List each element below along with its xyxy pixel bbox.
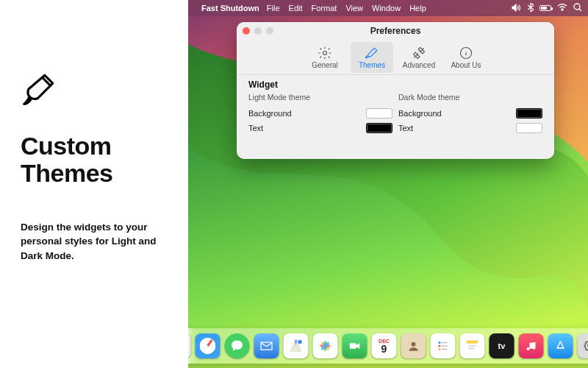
dock-appstore[interactable] <box>548 333 573 358</box>
menu-view[interactable]: View <box>345 4 363 13</box>
tab-general-label: General <box>312 61 338 69</box>
tab-themes-label: Themes <box>359 61 385 69</box>
dock-messages[interactable] <box>225 333 250 358</box>
menu-window[interactable]: Window <box>372 4 401 13</box>
promo-panel: Custom Themes Design the widgets to your… <box>0 0 188 368</box>
svg-point-1 <box>574 4 580 10</box>
volume-icon[interactable] <box>512 4 522 13</box>
wifi-icon[interactable] <box>557 4 567 13</box>
dock-contacts[interactable] <box>401 333 426 358</box>
dock-reminders[interactable] <box>431 333 456 358</box>
svg-point-11 <box>439 342 441 344</box>
search-icon[interactable] <box>573 3 582 13</box>
svg-point-10 <box>412 342 416 347</box>
light-heading: Light Mode theme <box>248 93 392 102</box>
light-bg-label: Background <box>248 109 292 118</box>
feature-title: Custom Themes <box>21 132 168 188</box>
dock-safari[interactable] <box>196 333 220 358</box>
app-name-menu[interactable]: Fast Shutdown <box>201 4 259 13</box>
desktop-screenshot: Fast Shutdown File Edit Format View Wind… <box>188 0 588 368</box>
dock-launchpad[interactable] <box>188 333 191 358</box>
tab-general[interactable]: General <box>304 42 346 73</box>
dark-mode-column: Dark Mode theme Background Text <box>398 93 542 135</box>
svg-point-13 <box>439 345 441 347</box>
light-text-swatch[interactable] <box>366 123 392 133</box>
widget-section-title: Widget <box>248 79 542 90</box>
menu-file[interactable]: File <box>267 4 280 13</box>
dock-mail[interactable] <box>254 333 279 358</box>
dock-settings[interactable] <box>578 333 589 358</box>
dock-appletv[interactable]: tv <box>490 333 514 358</box>
window-titlebar[interactable]: Preferences <box>237 22 554 40</box>
svg-point-15 <box>439 348 441 350</box>
svg-point-0 <box>562 9 563 10</box>
svg-rect-9 <box>350 343 356 349</box>
preferences-window: Preferences General Themes Advanced <box>237 22 554 159</box>
tools-icon <box>412 46 426 60</box>
svg-rect-14 <box>442 345 448 347</box>
dock-photos[interactable] <box>313 333 338 358</box>
tab-advanced[interactable]: Advanced <box>398 42 440 73</box>
menu-edit[interactable]: Edit <box>289 4 303 13</box>
tab-themes[interactable]: Themes <box>351 42 393 73</box>
feature-title-line2: Themes <box>21 159 113 187</box>
svg-rect-18 <box>467 341 478 344</box>
svg-point-4 <box>298 340 302 344</box>
dark-bg-label: Background <box>398 109 442 118</box>
menu-format[interactable]: Format <box>312 4 337 13</box>
dock-maps[interactable] <box>284 333 309 358</box>
dark-bg-swatch[interactable] <box>516 108 542 118</box>
dock-notes[interactable] <box>460 333 485 358</box>
feature-description: Design the widgets to your personal styl… <box>21 220 168 263</box>
paintbrush-tab-icon <box>365 46 379 60</box>
svg-rect-16 <box>442 349 448 350</box>
dock-music[interactable] <box>519 333 544 358</box>
dark-heading: Dark Mode theme <box>398 93 542 102</box>
dark-text-label: Text <box>398 124 413 132</box>
tab-about-label: About Us <box>451 61 481 69</box>
themes-pane: Widget Light Mode theme Background Text … <box>237 75 554 143</box>
calendar-day: 9 <box>381 344 387 354</box>
svg-rect-12 <box>442 342 448 344</box>
info-icon <box>459 46 473 60</box>
dock-facetime[interactable] <box>343 333 368 358</box>
gear-icon <box>318 46 332 60</box>
paintbrush-icon <box>21 71 168 110</box>
light-mode-column: Light Mode theme Background Text <box>248 93 392 135</box>
bluetooth-icon[interactable] <box>528 3 534 13</box>
tab-about[interactable]: About Us <box>445 42 487 73</box>
dark-text-swatch[interactable] <box>516 123 542 133</box>
tab-advanced-label: Advanced <box>403 61 435 69</box>
menu-help[interactable]: Help <box>409 4 426 13</box>
dock: DEC 9 tv <box>188 328 588 364</box>
menu-bar: Fast Shutdown File Edit Format View Wind… <box>188 0 588 16</box>
light-bg-swatch[interactable] <box>366 108 392 118</box>
svg-point-2 <box>323 51 327 54</box>
window-title: Preferences <box>237 26 554 36</box>
dock-calendar[interactable]: DEC 9 <box>372 333 397 358</box>
feature-title-line1: Custom <box>21 132 112 160</box>
preferences-toolbar: General Themes Advanced About Us <box>237 40 554 75</box>
light-text-label: Text <box>248 124 263 132</box>
battery-icon[interactable] <box>539 5 551 11</box>
